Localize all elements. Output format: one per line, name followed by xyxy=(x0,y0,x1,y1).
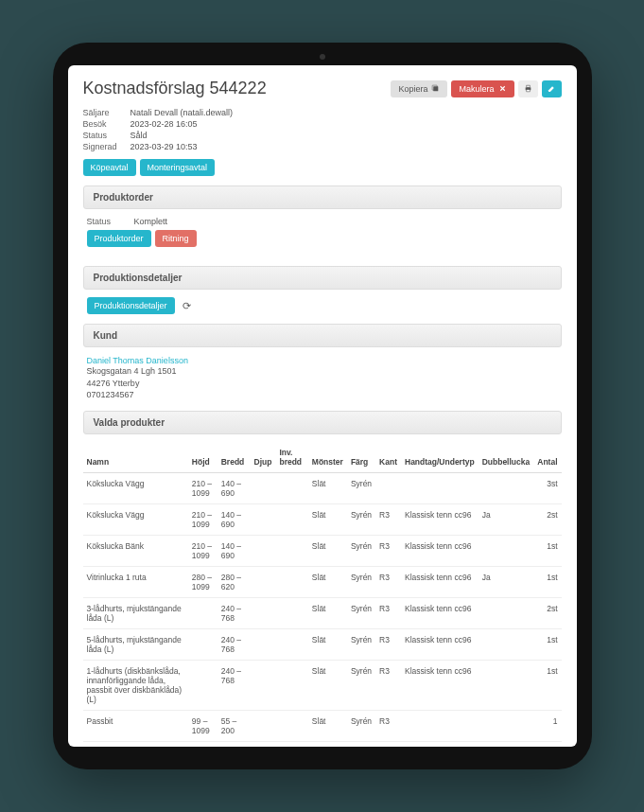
page-header: Kostnadsförslag 544222 Kopiera Makulera xyxy=(83,79,562,98)
svg-rect-4 xyxy=(526,90,529,92)
cell-color: Syrén xyxy=(347,472,375,503)
cell-handle xyxy=(401,741,479,747)
cell-name: Kökslucka Vägg xyxy=(83,503,188,535)
visit-label: Besök xyxy=(83,119,125,129)
status-label: Status xyxy=(83,131,125,140)
cell-handle: Klassisk tenn cc96 xyxy=(401,628,479,660)
print-icon xyxy=(524,84,532,93)
purchase-agreement-button[interactable]: Köpeavtal xyxy=(83,159,136,176)
print-button[interactable] xyxy=(518,80,538,97)
page-title: Kostnadsförslag 544222 xyxy=(83,79,267,98)
col-edge: Kant xyxy=(375,442,401,473)
cell-double: Ja xyxy=(479,503,534,535)
cell-height xyxy=(188,660,218,710)
visit-value: 2023-02-28 16:05 xyxy=(131,119,198,129)
cell-name: Kökslucka Vägg xyxy=(83,472,188,503)
production-details-button[interactable]: Produktionsdetaljer xyxy=(87,297,175,314)
table-row: 1-lådhurts (diskbänkslåda, innanförligga… xyxy=(83,660,562,710)
col-inner: Inv. bredd xyxy=(275,442,307,473)
col-width: Bredd xyxy=(218,442,251,473)
cell-height: 280 – 1099 xyxy=(188,566,218,597)
po-status-value: Komplett xyxy=(134,217,168,226)
cell-double xyxy=(479,535,534,566)
cell-height: 210 – 1099 xyxy=(188,535,218,566)
cell-depth xyxy=(251,472,276,503)
cell-qty: 1st xyxy=(533,535,561,566)
cell-depth xyxy=(251,566,276,597)
svg-rect-3 xyxy=(526,85,529,87)
cell-edge: R3 xyxy=(375,503,401,535)
cell-qty: 1 xyxy=(533,710,561,741)
table-row: Kökslucka Vägg210 – 1099140 – 690SlätSyr… xyxy=(83,503,562,535)
product-order-heading: Produktorder xyxy=(83,185,562,209)
drawing-button[interactable]: Ritning xyxy=(155,230,197,247)
copy-button[interactable]: Kopiera xyxy=(391,80,447,97)
cell-handle: Klassisk tenn cc96 xyxy=(401,535,479,566)
signed-label: Signerad xyxy=(83,142,125,151)
product-order-button[interactable]: Produktorder xyxy=(87,230,151,247)
agreement-buttons: Köpeavtal Monteringsavtal xyxy=(83,159,562,176)
col-depth: Djup xyxy=(251,442,276,473)
cell-inner xyxy=(275,535,307,566)
cell-qty: 1st xyxy=(533,741,561,747)
product-order-body: StatusKomplett Produktorder Ritning xyxy=(83,217,562,266)
cell-double xyxy=(479,710,534,741)
customer-name-link[interactable]: Daniel Thomas Danielsson xyxy=(87,356,188,365)
cell-depth xyxy=(251,597,276,628)
cell-double xyxy=(479,660,534,710)
refresh-icon[interactable]: ⟳ xyxy=(183,300,196,312)
customer-phone: 0701234567 xyxy=(87,389,558,401)
cell-width: 140 – 690 xyxy=(218,503,251,535)
cell-name: Värmelist xyxy=(83,741,188,747)
cancel-button[interactable]: Makulera xyxy=(451,80,513,97)
cell-name: Passbit xyxy=(83,710,188,741)
cell-height xyxy=(188,628,218,660)
meta-block: SäljareNatali Devall (natali.dewall) Bes… xyxy=(83,108,562,151)
cell-color xyxy=(347,741,375,747)
edit-icon xyxy=(548,84,556,93)
header-actions: Kopiera Makulera xyxy=(391,80,561,97)
table-row: 3-lådhurts, mjukstängande låda (L)240 – … xyxy=(83,597,562,628)
cell-double xyxy=(479,597,534,628)
screen: Kostnadsförslag 544222 Kopiera Makulera xyxy=(68,65,577,747)
cell-inner xyxy=(275,472,307,503)
edit-button[interactable] xyxy=(542,80,562,97)
col-height: Höjd xyxy=(188,442,218,473)
customer-street: Skogsgatan 4 Lgh 1501 xyxy=(87,365,558,378)
production-details-body: Produktionsdetaljer ⟳ xyxy=(83,297,562,324)
cell-inner xyxy=(275,597,307,628)
cell-double xyxy=(479,741,534,747)
table-row: Passbit99 – 109955 – 200SlätSyrénR31 xyxy=(83,710,562,741)
cell-color: Syrén xyxy=(347,503,375,535)
customer-heading: Kund xyxy=(83,324,562,347)
cell-qty: 1st xyxy=(533,660,561,710)
cell-edge: R3 xyxy=(375,628,401,660)
cell-edge: R3 xyxy=(375,710,401,741)
cell-depth xyxy=(251,628,276,660)
customer-city: 44276 Ytterby xyxy=(87,378,558,390)
cell-qty: 1st xyxy=(533,628,561,660)
cell-qty: 1st xyxy=(533,566,561,597)
cell-name: 3-lådhurts, mjukstängande låda (L) xyxy=(83,597,188,628)
cell-handle: Klassisk tenn cc96 xyxy=(401,503,479,535)
cell-edge: R3 xyxy=(375,597,401,628)
cell-width: 280 – 620 xyxy=(218,566,251,597)
cell-width xyxy=(218,741,251,747)
table-row: Vitrinlucka 1 ruta280 – 1099280 – 620Slä… xyxy=(83,566,562,597)
cell-color: Syrén xyxy=(347,628,375,660)
cell-color: Syrén xyxy=(347,597,375,628)
cell-pattern xyxy=(308,741,347,747)
table-row: 5-lådhurts, mjukstängande låda (L)240 – … xyxy=(83,628,562,660)
cell-height xyxy=(188,741,218,747)
cell-color: Syrén xyxy=(347,660,375,710)
mounting-agreement-button[interactable]: Monteringsavtal xyxy=(140,159,216,176)
tablet-frame: Kostnadsförslag 544222 Kopiera Makulera xyxy=(53,43,592,769)
products-heading: Valda produkter xyxy=(83,411,562,434)
cell-width: 55 – 200 xyxy=(218,710,251,741)
cell-depth xyxy=(251,660,276,710)
cell-inner xyxy=(275,628,307,660)
cell-pattern: Slät xyxy=(308,503,347,535)
cell-height xyxy=(188,597,218,628)
cell-edge xyxy=(375,472,401,503)
cell-name: 1-lådhurts (diskbänkslåda, innanförligga… xyxy=(83,660,188,710)
